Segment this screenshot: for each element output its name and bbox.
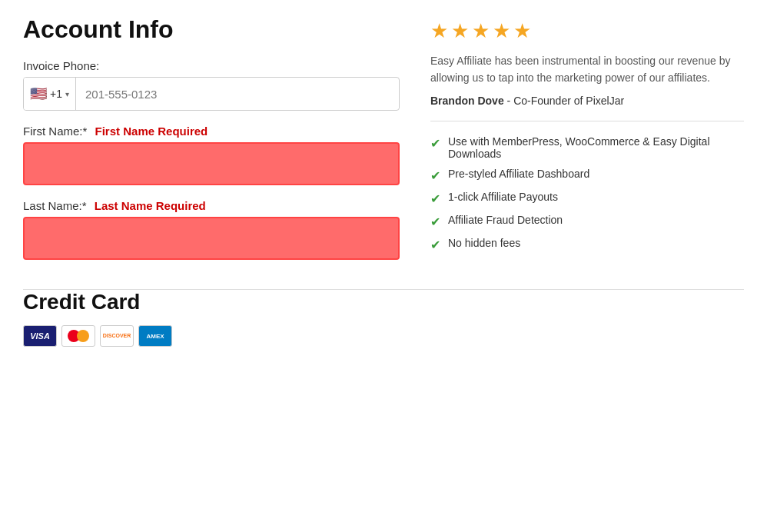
check-icon-5: ✔: [430, 238, 440, 252]
feature-item-2: ✔ Pre-styled Affiliate Dashboard: [430, 168, 744, 183]
left-column: Account Info Invoice Phone: 🇺🇸 +1 ▾ Firs…: [23, 15, 400, 274]
check-icon-2: ✔: [430, 168, 440, 183]
feature-text-3: 1-click Affiliate Payouts: [448, 191, 558, 203]
star-3: ★: [472, 19, 490, 43]
visa-card-icon: VISA: [23, 325, 57, 347]
last-name-required-star: *: [82, 199, 87, 212]
first-name-error: First Name Required: [95, 125, 208, 138]
author-name: Brandon Dove: [430, 95, 504, 107]
stars-row: ★ ★ ★ ★ ★: [430, 19, 744, 43]
right-divider: [430, 121, 744, 121]
feature-text-2: Pre-styled Affiliate Dashboard: [448, 168, 589, 180]
amex-card-icon: AMEX: [138, 325, 172, 347]
right-column: ★ ★ ★ ★ ★ Easy Affiliate has been instru…: [430, 15, 744, 274]
feature-item-4: ✔ Affiliate Fraud Detection: [430, 214, 744, 229]
star-1: ★: [430, 19, 448, 43]
feature-item-5: ✔ No hidden fees: [430, 237, 744, 252]
features-list: ✔ Use with MemberPress, WooCommerce & Ea…: [430, 135, 744, 252]
account-info-title: Account Info: [23, 15, 400, 44]
last-name-input[interactable]: [23, 217, 400, 260]
phone-code: +1: [50, 88, 62, 100]
flag-emoji: 🇺🇸: [30, 85, 47, 102]
invoice-phone-label: Invoice Phone:: [23, 59, 400, 72]
first-name-input[interactable]: [23, 142, 400, 185]
phone-field-wrapper: 🇺🇸 +1 ▾: [23, 77, 400, 111]
testimonial-text: Easy Affiliate has been instrumental in …: [430, 52, 744, 87]
feature-item-3: ✔ 1-click Affiliate Payouts: [430, 191, 744, 206]
feature-text-4: Affiliate Fraud Detection: [448, 214, 563, 226]
card-icons: VISA DISCOVER AMEX: [23, 325, 744, 347]
check-icon-1: ✔: [430, 136, 440, 151]
last-name-error: Last Name Required: [95, 199, 206, 212]
feature-item-1: ✔ Use with MemberPress, WooCommerce & Ea…: [430, 135, 744, 160]
dropdown-arrow-icon: ▾: [65, 90, 69, 98]
phone-flag-selector[interactable]: 🇺🇸 +1 ▾: [24, 78, 76, 110]
testimonial-author: Brandon Dove - Co-Founder of PixelJar: [430, 95, 744, 107]
first-name-required-star: *: [83, 125, 88, 138]
feature-text-1: Use with MemberPress, WooCommerce & Easy…: [448, 135, 744, 160]
mastercard-icon: [61, 325, 95, 347]
check-icon-4: ✔: [430, 214, 440, 229]
author-title: - Co-Founder of PixelJar: [504, 95, 624, 107]
credit-card-section: Credit Card VISA DISCOVER AMEX: [0, 290, 767, 362]
phone-input[interactable]: [76, 80, 399, 108]
star-5: ★: [513, 19, 531, 43]
star-2: ★: [451, 19, 469, 43]
check-icon-3: ✔: [430, 191, 440, 206]
last-name-label: Last Name:* Last Name Required: [23, 199, 400, 212]
credit-card-title: Credit Card: [23, 290, 744, 314]
discover-card-icon: DISCOVER: [100, 325, 134, 347]
first-name-label: First Name:* First Name Required: [23, 125, 400, 138]
star-4: ★: [493, 19, 510, 43]
feature-text-5: No hidden fees: [448, 237, 520, 249]
